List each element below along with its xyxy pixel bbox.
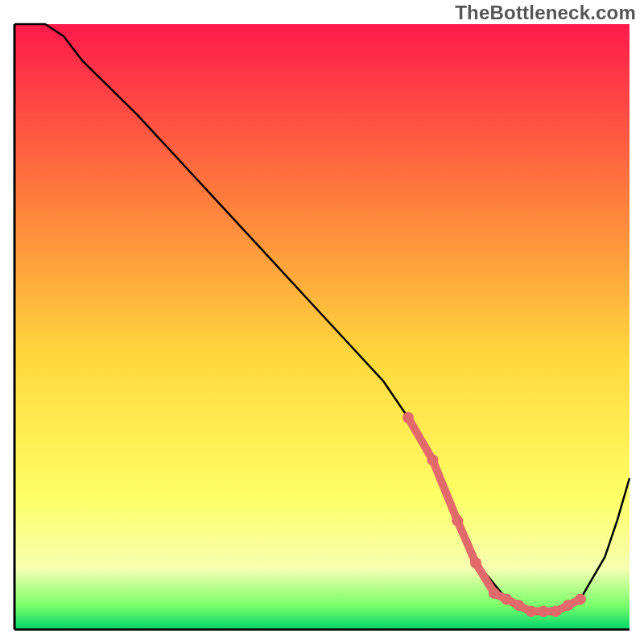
- anomaly-dot: [402, 412, 414, 423]
- anomaly-dot: [563, 600, 574, 611]
- anomaly-dot: [470, 557, 481, 568]
- anomaly-dot: [575, 593, 586, 605]
- anomaly-dot: [526, 605, 537, 617]
- watermark-text: TheBottleneck.com: [455, 2, 636, 24]
- anomaly-dot: [514, 600, 525, 611]
- plot-background: [14, 24, 630, 630]
- anomaly-dot: [452, 515, 463, 526]
- anomaly-dot: [489, 588, 500, 599]
- anomaly-dot: [501, 593, 512, 605]
- anomaly-dot: [427, 454, 439, 465]
- anomaly-dot: [550, 605, 561, 617]
- bottleneck-chart: [0, 0, 644, 644]
- anomaly-dot: [538, 605, 549, 617]
